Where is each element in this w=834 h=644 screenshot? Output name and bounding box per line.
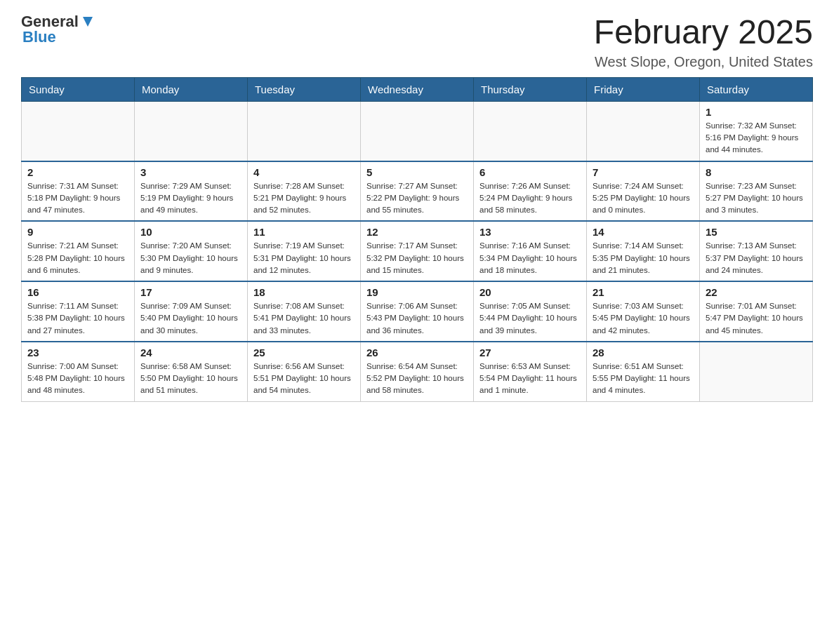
day-number: 2 [27, 166, 128, 178]
table-row: 10Sunrise: 7:20 AM Sunset: 5:30 PM Dayli… [135, 221, 248, 281]
header-thursday: Thursday [474, 77, 587, 101]
table-row [361, 101, 474, 161]
table-row [474, 101, 587, 161]
day-info: Sunrise: 7:01 AM Sunset: 5:47 PM Dayligh… [706, 300, 807, 337]
day-number: 26 [366, 347, 468, 358]
header-friday: Friday [587, 77, 700, 101]
day-info: Sunrise: 7:24 AM Sunset: 5:25 PM Dayligh… [593, 180, 694, 217]
table-row: 22Sunrise: 7:01 AM Sunset: 5:47 PM Dayli… [700, 281, 813, 342]
table-row: 28Sunrise: 6:51 AM Sunset: 5:55 PM Dayli… [587, 342, 700, 401]
table-row: 5Sunrise: 7:27 AM Sunset: 5:22 PM Daylig… [361, 161, 474, 222]
table-row [22, 101, 135, 161]
table-row: 26Sunrise: 6:54 AM Sunset: 5:52 PM Dayli… [361, 342, 474, 401]
table-row: 13Sunrise: 7:16 AM Sunset: 5:34 PM Dayli… [474, 221, 587, 281]
day-info: Sunrise: 7:17 AM Sunset: 5:32 PM Dayligh… [366, 240, 468, 276]
table-row [587, 101, 700, 161]
day-info: Sunrise: 7:09 AM Sunset: 5:40 PM Dayligh… [140, 300, 241, 337]
day-info: Sunrise: 6:53 AM Sunset: 5:54 PM Dayligh… [479, 361, 581, 397]
day-number: 8 [706, 166, 807, 178]
day-info: Sunrise: 7:19 AM Sunset: 5:31 PM Dayligh… [253, 240, 355, 276]
day-info: Sunrise: 7:32 AM Sunset: 5:16 PM Dayligh… [706, 120, 807, 156]
day-number: 3 [140, 166, 241, 178]
header-wednesday: Wednesday [361, 77, 474, 101]
table-row: 16Sunrise: 7:11 AM Sunset: 5:38 PM Dayli… [22, 281, 135, 342]
day-info: Sunrise: 7:31 AM Sunset: 5:18 PM Dayligh… [27, 180, 128, 217]
day-number: 20 [479, 286, 581, 298]
table-row: 12Sunrise: 7:17 AM Sunset: 5:32 PM Dayli… [361, 221, 474, 281]
table-row: 14Sunrise: 7:14 AM Sunset: 5:35 PM Dayli… [587, 221, 700, 281]
month-title: February 2025 [594, 14, 813, 51]
table-row: 7Sunrise: 7:24 AM Sunset: 5:25 PM Daylig… [587, 161, 700, 222]
table-row: 15Sunrise: 7:13 AM Sunset: 5:37 PM Dayli… [700, 221, 813, 281]
day-number: 19 [366, 286, 468, 298]
day-info: Sunrise: 6:58 AM Sunset: 5:50 PM Dayligh… [140, 361, 241, 397]
table-row: 8Sunrise: 7:23 AM Sunset: 5:27 PM Daylig… [700, 161, 813, 222]
day-number: 18 [253, 286, 355, 298]
table-row: 24Sunrise: 6:58 AM Sunset: 5:50 PM Dayli… [135, 342, 248, 401]
day-info: Sunrise: 7:03 AM Sunset: 5:45 PM Dayligh… [593, 300, 694, 337]
title-area: February 2025 West Slope, Oregon, United… [594, 14, 813, 70]
day-number: 25 [253, 347, 355, 358]
day-info: Sunrise: 7:11 AM Sunset: 5:38 PM Dayligh… [27, 300, 128, 337]
header-sunday: Sunday [22, 77, 135, 101]
day-info: Sunrise: 7:05 AM Sunset: 5:44 PM Dayligh… [479, 300, 581, 337]
calendar-week-row: 16Sunrise: 7:11 AM Sunset: 5:38 PM Dayli… [22, 281, 813, 342]
day-info: Sunrise: 7:06 AM Sunset: 5:43 PM Dayligh… [366, 300, 468, 337]
day-info: Sunrise: 7:26 AM Sunset: 5:24 PM Dayligh… [479, 180, 581, 217]
day-info: Sunrise: 7:20 AM Sunset: 5:30 PM Dayligh… [140, 240, 241, 276]
calendar-week-row: 9Sunrise: 7:21 AM Sunset: 5:28 PM Daylig… [22, 221, 813, 281]
day-info: Sunrise: 7:21 AM Sunset: 5:28 PM Dayligh… [27, 240, 128, 276]
header-tuesday: Tuesday [248, 77, 361, 101]
day-number: 24 [140, 347, 241, 358]
logo-blue-text: Blue [22, 28, 56, 46]
header-saturday: Saturday [700, 77, 813, 101]
table-row [700, 342, 813, 401]
day-number: 6 [479, 166, 581, 178]
day-info: Sunrise: 6:51 AM Sunset: 5:55 PM Dayligh… [593, 361, 694, 397]
table-row: 6Sunrise: 7:26 AM Sunset: 5:24 PM Daylig… [474, 161, 587, 222]
page-header: General Blue February 2025 West Slope, O… [21, 14, 813, 70]
header-monday: Monday [135, 77, 248, 101]
day-info: Sunrise: 7:08 AM Sunset: 5:41 PM Dayligh… [253, 300, 355, 337]
svg-marker-0 [83, 17, 93, 27]
day-number: 9 [27, 226, 128, 238]
day-number: 22 [706, 286, 807, 298]
table-row: 23Sunrise: 7:00 AM Sunset: 5:48 PM Dayli… [22, 342, 135, 401]
day-info: Sunrise: 7:00 AM Sunset: 5:48 PM Dayligh… [27, 361, 128, 397]
day-info: Sunrise: 7:23 AM Sunset: 5:27 PM Dayligh… [706, 180, 807, 217]
day-number: 21 [593, 286, 694, 298]
day-number: 14 [593, 226, 694, 238]
calendar-week-row: 23Sunrise: 7:00 AM Sunset: 5:48 PM Dayli… [22, 342, 813, 401]
day-number: 7 [593, 166, 694, 178]
day-number: 15 [706, 226, 807, 238]
table-row: 17Sunrise: 7:09 AM Sunset: 5:40 PM Dayli… [135, 281, 248, 342]
table-row: 25Sunrise: 6:56 AM Sunset: 5:51 PM Dayli… [248, 342, 361, 401]
day-number: 11 [253, 226, 355, 238]
table-row: 20Sunrise: 7:05 AM Sunset: 5:44 PM Dayli… [474, 281, 587, 342]
day-number: 27 [479, 347, 581, 358]
day-number: 17 [140, 286, 241, 298]
day-info: Sunrise: 7:27 AM Sunset: 5:22 PM Dayligh… [366, 180, 468, 217]
day-number: 12 [366, 226, 468, 238]
table-row: 18Sunrise: 7:08 AM Sunset: 5:41 PM Dayli… [248, 281, 361, 342]
table-row: 11Sunrise: 7:19 AM Sunset: 5:31 PM Dayli… [248, 221, 361, 281]
day-info: Sunrise: 6:56 AM Sunset: 5:51 PM Dayligh… [253, 361, 355, 397]
day-info: Sunrise: 6:54 AM Sunset: 5:52 PM Dayligh… [366, 361, 468, 397]
day-number: 16 [27, 286, 128, 298]
table-row: 3Sunrise: 7:29 AM Sunset: 5:19 PM Daylig… [135, 161, 248, 222]
day-info: Sunrise: 7:13 AM Sunset: 5:37 PM Dayligh… [706, 240, 807, 276]
day-number: 13 [479, 226, 581, 238]
day-info: Sunrise: 7:29 AM Sunset: 5:19 PM Dayligh… [140, 180, 241, 217]
table-row: 21Sunrise: 7:03 AM Sunset: 5:45 PM Dayli… [587, 281, 700, 342]
calendar-header-row: Sunday Monday Tuesday Wednesday Thursday… [22, 77, 813, 101]
table-row: 27Sunrise: 6:53 AM Sunset: 5:54 PM Dayli… [474, 342, 587, 401]
location-title: West Slope, Oregon, United States [594, 54, 813, 70]
table-row: 4Sunrise: 7:28 AM Sunset: 5:21 PM Daylig… [248, 161, 361, 222]
table-row: 1Sunrise: 7:32 AM Sunset: 5:16 PM Daylig… [700, 101, 813, 161]
logo-general-text: General [21, 14, 79, 29]
day-number: 1 [706, 106, 807, 118]
table-row: 2Sunrise: 7:31 AM Sunset: 5:18 PM Daylig… [22, 161, 135, 222]
table-row: 19Sunrise: 7:06 AM Sunset: 5:43 PM Dayli… [361, 281, 474, 342]
table-row [135, 101, 248, 161]
table-row [248, 101, 361, 161]
